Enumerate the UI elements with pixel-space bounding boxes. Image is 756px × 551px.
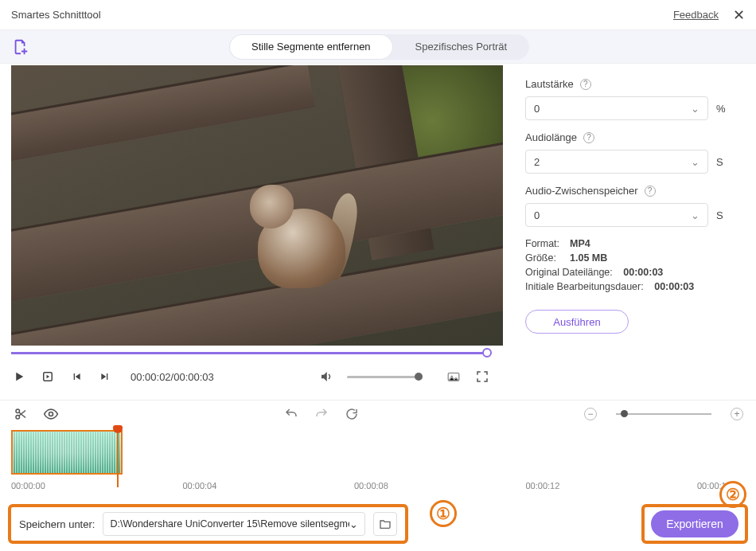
volume-unit: % <box>716 103 732 115</box>
export-button[interactable]: Exportieren <box>651 510 738 537</box>
audio-length-value: 2 <box>534 156 540 168</box>
audio-buffer-select[interactable]: 0 ⌄ <box>525 203 708 227</box>
save-path-value: D:\Wondershare UniConverter 15\Remove si… <box>110 518 349 530</box>
chevron-down-icon: ⌄ <box>691 209 699 221</box>
run-button[interactable]: Ausführen <box>525 310 629 334</box>
audio-buffer-value: 0 <box>534 209 540 221</box>
volume-value: 0 <box>534 103 540 115</box>
zoom-slider[interactable] <box>616 413 711 415</box>
bottom-row: Speichern unter: D:\Wondershare UniConve… <box>8 503 748 545</box>
fullscreen-icon[interactable] <box>474 369 490 385</box>
next-frame-icon[interactable] <box>97 369 113 385</box>
play-icon[interactable] <box>11 369 27 385</box>
main-row: 00:00:02/00:00:03 Lautstärke ? 0 ⌄ % <box>0 64 756 400</box>
playhead[interactable] <box>117 430 119 487</box>
audio-length-unit: S <box>716 156 732 168</box>
audio-buffer-unit: S <box>716 209 732 221</box>
tab-remove-silence[interactable]: Stille Segmente entfernen <box>229 34 393 60</box>
title-bar: Smartes Schnitttool Feedback ✕ <box>0 0 756 30</box>
size-value: 1.05 MB <box>570 252 607 264</box>
ruler-tick: 00:00:04 <box>183 481 355 490</box>
add-file-icon[interactable] <box>11 37 30 57</box>
help-icon[interactable]: ? <box>645 186 656 197</box>
player-controls: 00:00:02/00:00:03 <box>0 358 501 395</box>
audio-length-select[interactable]: 2 ⌄ <box>525 150 708 174</box>
zoom-out-icon[interactable]: − <box>584 408 597 420</box>
chevron-down-icon: ⌄ <box>691 103 699 115</box>
undo-icon[interactable] <box>283 406 299 422</box>
seek-bar[interactable] <box>11 347 490 358</box>
edit-length-key: Initiale Bearbeitungsdauer: <box>525 281 644 292</box>
ruler-tick: 00:00:00 <box>11 481 183 490</box>
format-value: MP4 <box>570 238 590 249</box>
edit-length-value: 00:00:03 <box>654 281 694 292</box>
eye-icon[interactable] <box>43 406 59 422</box>
zoom-in-icon[interactable]: + <box>731 408 743 420</box>
tool-row: Stille Segmente entfernen Spezifisches P… <box>0 30 756 64</box>
volume-select[interactable]: 0 ⌄ <box>525 96 708 120</box>
format-key: Format: <box>525 238 562 249</box>
prev-frame-icon[interactable] <box>68 369 84 385</box>
redo-icon[interactable] <box>314 406 329 422</box>
close-icon[interactable]: ✕ <box>733 6 745 24</box>
audio-buffer-label: Audio-Zwischenspeicher <box>525 185 638 197</box>
timeline-clip[interactable] <box>11 430 123 475</box>
timeline: 00:00:00 00:00:04 00:00:08 00:00:12 00:0… <box>0 427 756 490</box>
mode-tabs: Stille Segmente entfernen Spezifisches P… <box>229 34 529 60</box>
settings-panel: Lautstärke ? 0 ⌄ % Audiolänge ? 2 ⌄ S Au… <box>501 64 756 400</box>
video-preview[interactable] <box>11 65 503 346</box>
tab-specific-portrait[interactable]: Spezifisches Porträt <box>393 34 530 60</box>
save-label: Speichern unter: <box>19 518 95 530</box>
help-icon[interactable]: ? <box>583 132 594 143</box>
window-title: Smartes Schnitttool <box>11 9 101 21</box>
volume-slider[interactable] <box>347 376 419 378</box>
preview-subject <box>250 177 353 296</box>
ruler-tick: 00:00:12 <box>526 481 698 490</box>
orig-length-value: 00:00:03 <box>623 267 663 278</box>
help-icon[interactable]: ? <box>580 79 591 90</box>
cut-icon[interactable] <box>13 406 29 422</box>
time-display: 00:00:02/00:00:03 <box>131 371 214 383</box>
chevron-down-icon: ⌄ <box>349 518 358 530</box>
edit-tool-row: − + <box>0 400 756 427</box>
volume-icon[interactable] <box>318 369 334 385</box>
audio-length-label: Audiolänge <box>525 131 577 143</box>
svg-point-5 <box>49 412 53 416</box>
feedback-link[interactable]: Feedback <box>673 9 719 21</box>
browse-folder-button[interactable] <box>373 512 397 536</box>
save-cluster: Speichern unter: D:\Wondershare UniConve… <box>8 504 408 544</box>
refresh-icon[interactable] <box>344 406 360 422</box>
time-ruler: 00:00:00 00:00:04 00:00:08 00:00:12 00:0… <box>0 475 756 490</box>
save-path-select[interactable]: D:\Wondershare UniConverter 15\Remove si… <box>103 512 365 536</box>
orig-length-key: Original Dateilänge: <box>525 267 613 278</box>
chevron-down-icon: ⌄ <box>691 156 699 168</box>
snapshot-icon[interactable] <box>446 369 462 385</box>
ruler-tick: 00:00:08 <box>354 481 526 490</box>
stop-icon[interactable] <box>40 369 56 385</box>
export-cluster: Exportieren <box>641 504 748 544</box>
preview-column: 00:00:02/00:00:03 <box>0 64 501 400</box>
volume-label: Lautstärke <box>525 78 574 90</box>
size-key: Größe: <box>525 252 562 264</box>
